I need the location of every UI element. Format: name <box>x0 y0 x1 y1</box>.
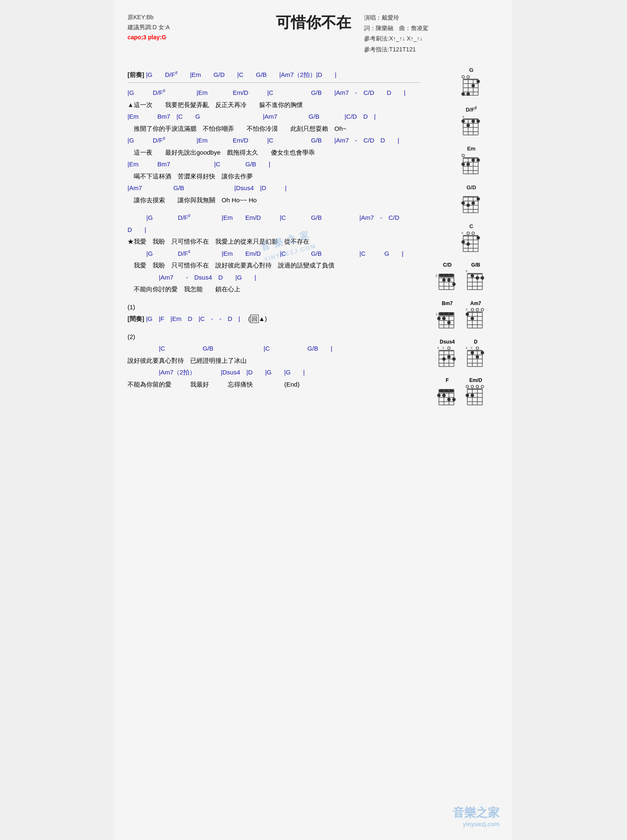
lyrics-line-1: ▲這一次 我要把長髮弄亂 反正天再冷 躲不進你的胸懷 <box>127 99 420 111</box>
page: 原KEY:Bb 建議男調:D 女:A capo;3 play:G 可惜你不在 演… <box>115 0 512 840</box>
intro-label: [前奏] <box>127 71 144 78</box>
chord-diagrams: G <box>435 67 508 416</box>
capo-text: capo;3 play:G <box>127 33 170 43</box>
chords-line-3: |G D/F# |Em Em/D |C G/B |Am7 - C/D D | <box>127 135 420 147</box>
svg-point-84 <box>452 283 456 286</box>
svg-point-182 <box>466 394 469 397</box>
repeat-symbol: 回 <box>250 315 259 323</box>
svg-point-166 <box>437 394 441 397</box>
svg-point-113 <box>476 308 479 311</box>
svg-point-54 <box>472 201 475 205</box>
svg-point-70 <box>461 240 465 244</box>
part-2-label: (2) <box>127 331 420 343</box>
svg-point-95 <box>471 274 474 277</box>
chord-C: C x <box>459 223 484 254</box>
svg-point-42 <box>461 163 465 166</box>
lyrics-line-4: 喝不下這杯酒 苦澀來得好快 讓你去作夢 <box>127 171 420 183</box>
svg-point-71 <box>466 242 470 246</box>
chord-CD: C/D 5 <box>435 262 460 294</box>
svg-point-9 <box>462 76 464 78</box>
chord-EmD: Em/D <box>463 377 488 409</box>
svg-text:x: x <box>466 307 468 311</box>
lyrics-part2-2: 不能為你留的愛 我最好 忘得痛快 (End) <box>127 379 420 391</box>
svg-point-26 <box>466 124 470 127</box>
svg-point-171 <box>476 385 479 388</box>
chord-row-em: Em <box>435 145 508 176</box>
svg-point-138 <box>447 355 451 359</box>
meta-right: 演唱：戴愛玲 詞：陳樂融 曲：詹凌駕 參考刷法:X↑_↑↓ X↑_↑↓ 參考指法… <box>364 13 428 55</box>
svg-point-172 <box>481 385 484 388</box>
lyrics-line-5: 讓你去摸索 讓你與我無關 Oh Ho~~ Ho <box>127 194 420 206</box>
singer: 演唱：戴愛玲 <box>364 13 428 23</box>
svg-point-97 <box>481 276 484 280</box>
meta-left: 原KEY:Bb 建議男調:D 女:A capo;3 play:G <box>127 13 170 42</box>
chord-row-bm7-am7: Bm7 2 A <box>435 300 508 332</box>
chords-chorus-3: |Am7 - Dsus4 D |G | <box>127 272 420 284</box>
svg-point-109 <box>442 317 446 320</box>
svg-text:5: 5 <box>436 274 438 278</box>
chords-part2-2: |Am7（2拍） |Dsus4 |D |G |G | <box>127 367 420 379</box>
svg-point-154 <box>481 351 484 354</box>
svg-point-140 <box>452 357 456 361</box>
chords-line-5: |Am7 G/B |Dsus4 |D | <box>127 182 420 194</box>
chord-row-cd-gb: C/D 5 G <box>435 262 508 294</box>
svg-point-168 <box>452 398 456 401</box>
svg-point-153 <box>471 351 474 354</box>
lyrics-chorus-2: 我愛 我盼 只可惜你不在 說好彼此要真心對待 說過的話變成了負債 <box>127 260 420 272</box>
svg-point-40 <box>477 158 480 162</box>
lyrics-line-2: 推開了你的手淚流滿腮 不怕你嘲弄 不怕你冷漠 此刻只想耍賴 Oh~ <box>127 123 420 135</box>
watermark-bottom: 音樂之家 yinyuezj.com <box>453 805 500 827</box>
chord-GD: G/D ○ <box>459 184 484 215</box>
part-1-label: (1) <box>127 301 420 313</box>
svg-point-55 <box>461 201 465 205</box>
svg-point-58 <box>467 232 469 234</box>
header: 可惜你不在 <box>127 13 500 33</box>
strumming: 參考刷法:X↑_↑↓ X↑_↑↓ <box>364 33 428 44</box>
svg-point-143 <box>476 347 479 349</box>
chord-F: F <box>435 377 460 409</box>
original-key: 原KEY:Bb <box>127 13 170 23</box>
svg-text:x: x <box>466 269 468 273</box>
svg-point-10 <box>467 76 469 78</box>
svg-point-69 <box>477 236 480 239</box>
svg-point-27 <box>472 120 475 123</box>
svg-point-56 <box>466 204 470 207</box>
svg-point-139 <box>442 357 446 361</box>
chord-row-dfsharp: D/F# x <box>435 106 508 137</box>
svg-point-38 <box>462 154 464 157</box>
suggested-key: 建議男調:D 女:A <box>127 23 170 33</box>
lyricist: 詞：陳樂融 曲：詹凌駕 <box>364 23 428 33</box>
lyrics-part2-1: 說好彼此要真心對待 已經證明撞上了冰山 <box>127 355 420 367</box>
svg-point-155 <box>476 355 479 359</box>
lyrics-line-3: 這一夜 最好先說出goodbye 戲拖得太久 傻女生也會學乖 <box>127 147 420 159</box>
chord-row-1: G <box>435 67 508 97</box>
svg-point-83 <box>447 278 451 282</box>
svg-point-13 <box>461 92 465 96</box>
svg-point-12 <box>472 84 475 87</box>
svg-point-39 <box>472 158 475 162</box>
svg-text:x: x <box>466 346 468 350</box>
svg-point-128 <box>448 347 450 349</box>
lyrics-chorus-1: ★我愛 我盼 只可惜你不在 我愛上的從來只是幻影 從不存在 <box>127 236 420 248</box>
svg-point-108 <box>437 317 441 320</box>
svg-point-114 <box>481 308 484 311</box>
svg-text:x: x <box>461 231 464 235</box>
chords-line-2: |Em Bm7 |C G |Am7 G/B |C/D D | <box>127 111 420 123</box>
lyrics-chorus-3: 不能向你討的愛 我怎能 鎖在心上 <box>127 283 420 295</box>
svg-rect-156 <box>439 389 454 392</box>
svg-text:2: 2 <box>436 312 438 316</box>
svg-point-28 <box>477 120 480 123</box>
intro-chords: |G D/F# |Em G/D |C G/B |Am7（2拍）|D | <box>146 71 336 78</box>
svg-text:x: x <box>442 346 444 350</box>
chord-Am7: Am7 x <box>463 300 488 332</box>
svg-point-96 <box>476 276 479 280</box>
svg-point-112 <box>471 308 474 311</box>
svg-point-11 <box>477 80 480 83</box>
svg-point-14 <box>466 92 470 96</box>
chord-G: G <box>459 67 484 97</box>
svg-text:x: x <box>471 346 473 350</box>
svg-point-41 <box>466 163 470 166</box>
chords-chorus-2: |G D/F# |Em Em/D |C G/B |C G | <box>127 248 420 260</box>
svg-point-82 <box>442 278 446 282</box>
svg-text:x: x <box>462 115 464 119</box>
